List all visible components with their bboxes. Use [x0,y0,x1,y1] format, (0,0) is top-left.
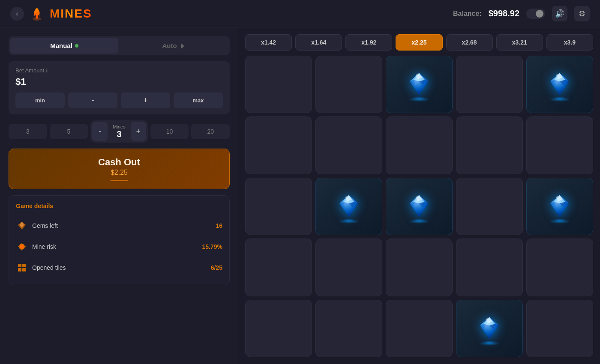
grid-cell-2-0[interactable] [245,178,312,235]
gem-2-1 [334,191,364,221]
opened-tiles-label: Opened tiles [32,264,66,271]
gem-0-4 [545,69,575,99]
grid-cell-0-1[interactable] [315,56,382,113]
multiplier-tabs: x1.42 x1.64 x1.92 x2.25 x2.68 x3.21 x3.9 [245,34,593,51]
svg-marker-37 [339,202,358,217]
mult-tab-6[interactable]: x3.21 [496,34,543,51]
header-left: ‹ MINES [10,6,92,21]
mines-count-display: Mines 3 [108,124,130,139]
header-right: Balance: $998.92 🔊 ⚙ [453,6,590,21]
gem-0-2 [404,69,434,99]
gem-2-2 [404,191,434,221]
mult-tab-1[interactable]: x1.42 [245,34,292,51]
grid-cell-3-3[interactable] [456,239,523,296]
grid-cell-0-3[interactable] [456,56,523,113]
svg-rect-13 [22,268,26,272]
mines-label: Mines [113,124,125,129]
grid-cell-4-1[interactable] [315,300,382,357]
bet-value: $1 [15,76,223,87]
left-panel: Manual Auto ⏵ Bet Amount ℹ $1 min - + ma… [0,27,238,364]
svg-rect-12 [18,268,21,272]
cashout-button[interactable]: Cash Out $2.25 [9,149,230,189]
gem-4-3 [474,313,504,343]
main-content: Manual Auto ⏵ Bet Amount ℹ $1 min - + ma… [0,27,600,364]
settings-button[interactable]: ⚙ [574,6,590,21]
mine-risk-value: 15.79% [202,243,222,250]
tab-auto[interactable]: Auto ⏵ [120,38,228,54]
back-button[interactable]: ‹ [10,7,24,21]
grid-cell-1-1[interactable] [315,116,382,174]
cashout-progress [111,180,128,181]
opened-tiles-row: Opened tiles 6/25 [16,257,222,278]
mult-tab-5[interactable]: x2.68 [446,34,493,51]
grid-cell-2-2[interactable] [386,178,453,235]
grid-cell-3-2[interactable] [386,239,453,296]
grid-cell-3-0[interactable] [245,239,312,296]
right-panel: x1.42 x1.64 x1.92 x2.25 x2.68 x3.21 x3.9 [238,27,600,364]
grid-cell-2-1[interactable] [315,178,382,235]
mult-tab-4[interactable]: x2.25 [396,34,442,51]
mines-preset-20[interactable]: 20 [191,124,230,139]
mult-tab-2[interactable]: x1.64 [295,34,342,51]
mines-preset-3[interactable]: 3 [9,124,47,139]
grid-cell-4-2[interactable] [386,300,453,357]
grid-cell-3-4[interactable] [526,239,593,296]
grid-cell-1-0[interactable] [245,116,312,174]
mine-risk-label: Mine risk [32,243,56,250]
logo-icon [29,6,45,21]
mode-tabs: Manual Auto ⏵ [9,36,230,55]
mines-decrease-button[interactable]: - [92,122,108,141]
gems-left-value: 16 [216,222,222,229]
mult-tab-7[interactable]: x3.9 [546,34,593,51]
svg-rect-11 [22,264,26,267]
bet-min-button[interactable]: min [15,92,65,108]
tiles-icon [16,262,28,274]
header: ‹ MINES Balance: $998.92 🔊 ⚙ [0,0,600,27]
bet-info-icon: ℹ [46,68,48,74]
grid-cell-0-0[interactable] [245,56,312,113]
mines-preset-5[interactable]: 5 [50,124,88,139]
gems-left-label: Gems left [32,222,58,229]
svg-marker-55 [550,202,569,217]
grid-cell-1-2[interactable] [386,116,453,174]
svg-marker-28 [550,80,569,95]
auto-label: Auto [162,42,177,49]
grid-cell-4-0[interactable] [245,300,312,357]
grid-cell-2-4[interactable] [526,178,593,235]
svg-marker-64 [480,324,499,339]
grid-cell-0-2[interactable] [386,56,453,113]
mine-risk-row: Mine risk 15.79% [16,236,222,257]
mine-icon [16,241,28,253]
cashout-amount: $2.25 [17,169,222,176]
grid-cell-1-3[interactable] [456,116,523,174]
svg-point-5 [20,245,24,249]
mines-increase-button[interactable]: + [131,122,146,141]
grid-cell-0-4[interactable] [526,56,593,113]
svg-rect-10 [18,264,21,267]
game-details: Game details Gems left 16 [9,195,230,285]
gems-icon [16,220,28,232]
balance-toggle[interactable] [526,9,545,19]
mult-tab-3[interactable]: x1.92 [345,34,392,51]
bet-controls: min - + max [15,92,223,108]
cashout-title: Cash Out [17,157,222,168]
grid-cell-4-3[interactable] [456,300,523,357]
grid-cell-2-3[interactable] [456,178,523,235]
bet-section: Bet Amount ℹ $1 min - + max [9,61,230,114]
mines-preset-10[interactable]: 10 [150,124,189,139]
sound-button[interactable]: 🔊 [552,6,567,21]
gems-left-row: Gems left 16 [16,215,222,236]
tab-manual[interactable]: Manual [10,38,118,54]
mines-section: 3 5 - Mines 3 + 10 20 [9,120,230,143]
grid-cell-4-4[interactable] [526,300,593,357]
logo-text: MINES [50,7,92,21]
bet-max-button[interactable]: max [174,92,223,108]
bet-decrease-button[interactable]: - [68,92,117,108]
grid-cell-3-1[interactable] [315,239,382,296]
svg-marker-46 [410,202,429,217]
game-details-title: Game details [16,203,222,209]
bet-label: Bet Amount ℹ [15,67,223,74]
grid-cell-1-4[interactable] [526,116,593,174]
mines-control: - Mines 3 + [90,120,147,143]
bet-increase-button[interactable]: + [121,92,170,108]
